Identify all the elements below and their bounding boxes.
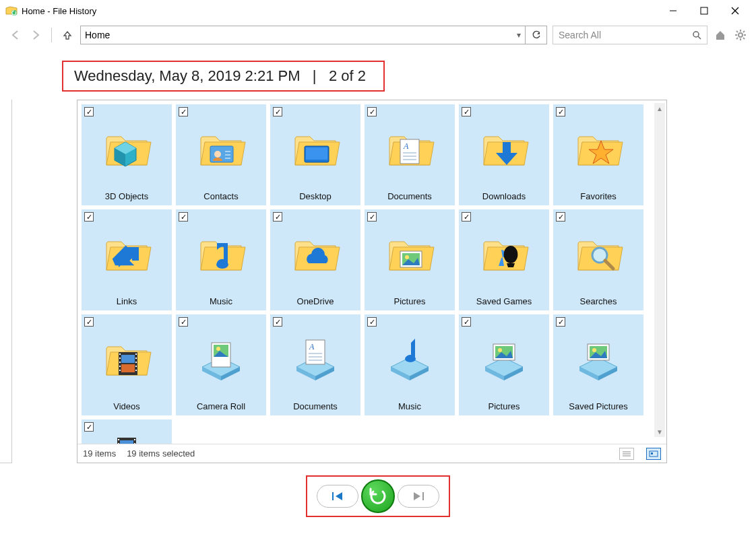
svg-point-28 [216,261,228,269]
svg-line-6 [698,36,701,39]
timestamp-sep: | [313,67,317,84]
file-item[interactable]: ✓Searches [553,209,643,310]
view-icons-button[interactable] [646,448,661,460]
file-item[interactable]: ✓ [82,419,172,444]
checkbox[interactable]: ✓ [84,107,94,116]
file-grid: ✓3D Objects✓Contacts✓Desktop✓ADocuments✓… [77,100,666,444]
minimize-button[interactable] [658,1,689,21]
file-label: Desktop [299,191,332,205]
gear-icon[interactable] [733,28,748,42]
file-item[interactable]: ✓ADocuments [365,104,455,205]
chevron-down-icon[interactable]: ▾ [517,30,521,40]
file-label: Saved Games [476,296,532,310]
file-item[interactable]: ✓3D Objects [82,104,172,205]
scroll-down-icon[interactable]: ▼ [654,426,665,437]
svg-rect-2 [701,7,707,14]
svg-rect-64 [120,440,133,444]
scrollbar[interactable]: ▲ ▼ [654,103,665,437]
checkbox[interactable]: ✓ [179,107,188,116]
titlebar: Home - File History [0,0,756,22]
file-item[interactable]: ✓Downloads [459,104,549,205]
file-item[interactable]: ✓ADocuments [270,314,360,415]
folder-icon: A [383,108,437,191]
file-item[interactable]: ✓Pictures [459,314,549,415]
back-button[interactable] [8,28,23,42]
checkbox[interactable]: ✓ [273,212,282,222]
timestamp-bar: Wednesday, May 8, 2019 2:21 PM | 2 of 2 [62,61,385,92]
folder-icon [100,213,154,296]
folder-icon [194,318,248,401]
next-version-button[interactable] [398,485,439,508]
file-item[interactable]: ✓Links [82,209,172,310]
file-label: Documents [387,191,432,205]
svg-line-13 [743,38,745,39]
file-item[interactable]: ✓Saved Pictures [553,314,643,415]
svg-line-14 [736,38,738,39]
file-item[interactable]: ✓Favorites [553,104,643,205]
checkbox[interactable]: ✓ [367,317,377,327]
checkbox[interactable]: ✓ [462,317,471,327]
svg-point-32 [507,248,514,255]
checkbox[interactable]: ✓ [556,107,565,116]
restore-button[interactable] [361,479,395,513]
svg-point-62 [592,348,596,352]
folder-icon [100,318,154,401]
scroll-up-icon[interactable]: ▲ [654,103,665,114]
statusbar: 19 items 19 items selected [77,444,666,463]
file-item[interactable]: ✓Pictures [365,209,455,310]
checkbox[interactable]: ✓ [556,212,565,222]
file-label: OneDrive [297,296,334,310]
checkbox[interactable]: ✓ [179,317,188,327]
home-icon[interactable] [713,28,728,42]
view-details-button[interactable] [619,448,634,460]
svg-rect-45 [135,362,137,363]
file-item[interactable]: ✓Saved Games [459,209,549,310]
checkbox[interactable]: ✓ [462,212,471,222]
checkbox[interactable]: ✓ [462,107,471,116]
svg-text:A: A [403,141,409,151]
search-icon [692,30,701,40]
checkbox[interactable]: ✓ [556,317,565,327]
file-item[interactable]: ✓Music [365,314,455,415]
up-button[interactable] [60,28,75,42]
svg-rect-36 [121,355,135,363]
file-label: Pictures [394,296,426,310]
app-icon [5,5,18,17]
checkbox[interactable]: ✓ [179,212,188,222]
checkbox[interactable]: ✓ [84,317,94,327]
file-item[interactable]: ✓Videos [82,314,172,415]
svg-rect-67 [118,443,119,444]
previous-version-button[interactable] [317,485,358,508]
svg-rect-47 [135,370,137,371]
svg-rect-38 [119,353,121,355]
file-item[interactable]: ✓OneDrive [270,209,360,310]
file-item[interactable]: ✓Contacts [176,104,266,205]
refresh-button[interactable] [526,26,547,44]
file-label: Links [117,296,137,310]
svg-rect-44 [135,358,137,359]
svg-rect-66 [118,439,119,440]
file-item[interactable]: ✓Desktop [270,104,360,205]
folder-icon [477,213,531,296]
close-button[interactable] [720,1,751,21]
checkbox[interactable]: ✓ [367,107,377,116]
checkbox[interactable]: ✓ [84,422,94,432]
folder-icon [571,213,625,296]
window-title: Home - File History [22,6,96,16]
window-controls [658,1,751,21]
checkbox[interactable]: ✓ [273,317,282,327]
file-label: 3D Objects [105,191,148,205]
address-bar[interactable]: Home ▾ [80,26,526,44]
file-item[interactable]: ✓Music [176,209,266,310]
svg-point-56 [405,356,416,362]
file-item[interactable]: ✓Camera Roll [176,314,266,415]
maximize-button[interactable] [689,1,720,21]
forward-button[interactable] [28,28,43,42]
status-count: 19 items [83,448,116,459]
svg-rect-42 [119,370,121,371]
folder-icon: A [288,318,342,401]
checkbox[interactable]: ✓ [367,212,377,222]
checkbox[interactable]: ✓ [84,212,94,222]
checkbox[interactable]: ✓ [273,107,282,116]
search-input[interactable]: Search All [553,26,707,44]
